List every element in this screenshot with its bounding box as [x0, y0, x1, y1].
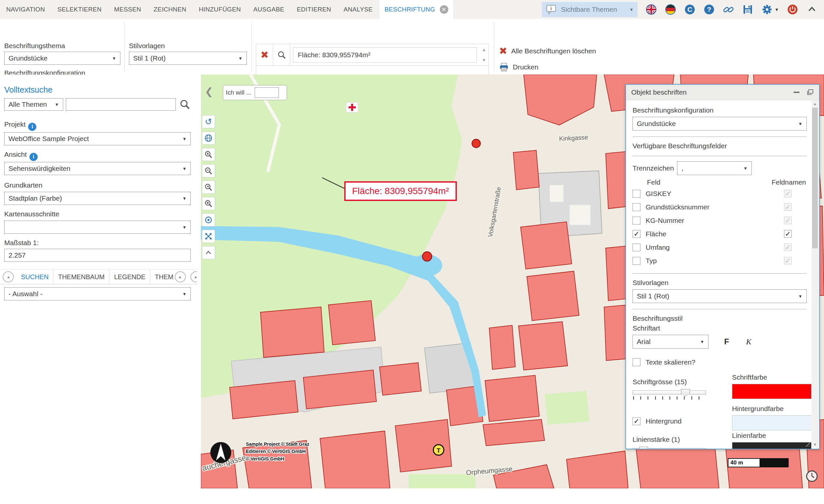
hintergrundfarbe-swatch[interactable] [732, 415, 811, 430]
undo-arrow-icon: ↺ [205, 117, 212, 126]
collapse-maptools-button[interactable] [202, 246, 215, 259]
slider-thumb[interactable] [681, 389, 690, 397]
schriftgroesse-slider[interactable] [633, 389, 706, 401]
copyright-info-icon[interactable]: C [684, 4, 695, 15]
slider-thumb[interactable] [639, 447, 648, 449]
tab-ausgabe[interactable]: AUSGABE [247, 0, 291, 19]
beschriftung-toolbar: Beschriftungsthema Grundstücke ▼ Beschri… [0, 19, 824, 75]
delete-all-labels-button[interactable]: ✖ Alle Beschriftungen löschen [499, 44, 596, 58]
schriftart-row: Arial ▼ F K [633, 335, 807, 348]
restore-window-icon[interactable] [807, 89, 814, 96]
scrollbar-thumb[interactable] [812, 108, 818, 248]
bold-button[interactable]: F [722, 337, 731, 346]
german-language-icon[interactable] [665, 4, 676, 15]
auswahl-select[interactable]: - Auswahl - ▼ [4, 287, 191, 300]
linienstaerke-label: Linienstärke (1) [633, 435, 731, 443]
scroll-up-icon[interactable]: ▲ [482, 47, 486, 52]
texte-skalieren-checkbox[interactable] [633, 359, 640, 366]
zoom-in-button[interactable] [202, 148, 215, 161]
help-icon[interactable]: ? [704, 4, 715, 15]
zoom-next-button[interactable] [202, 197, 215, 210]
close-tab-icon[interactable]: ✕ [440, 5, 448, 14]
tab-beschriftung[interactable]: BESCHRIFTUNG ✕ [379, 0, 454, 19]
zoom-previous-button[interactable] [202, 181, 215, 194]
schriftfarbe-swatch[interactable] [732, 384, 811, 399]
scroll-down-icon[interactable]: ▼ [482, 58, 486, 63]
tab-themen[interactable]: THEM [150, 270, 174, 284]
ich-will-input[interactable] [254, 87, 279, 98]
tab-editieren[interactable]: EDITIEREN [291, 0, 337, 19]
map-area-label[interactable]: Fläche: 8309,955794m² [344, 181, 457, 201]
visible-themes-dropdown[interactable]: i Sichtbare Themen ▼ [542, 2, 637, 17]
field-checkbox[interactable] [633, 217, 640, 224]
tab-navigation[interactable]: NAVIGATION [0, 0, 51, 19]
field-checkbox[interactable] [633, 243, 640, 251]
trennzeichen-select[interactable]: , ▼ [677, 161, 752, 175]
transit-stop-marker[interactable]: T [433, 445, 444, 455]
print-button[interactable]: Drucken [499, 61, 596, 74]
scroll-up-icon[interactable]: ▲ [812, 100, 818, 107]
tab-analyse[interactable]: ANALYSE [337, 0, 379, 19]
sidebar-tabbar: ◂ SUCHEN THEMENBAUM LEGENDE THEM ▸ ▸ [0, 269, 197, 284]
italic-button[interactable]: K [744, 337, 753, 346]
link-icon[interactable] [723, 4, 734, 15]
projekt-select[interactable]: WebOffice Sample Project ▼ [4, 132, 191, 145]
fulltext-search-input[interactable] [66, 98, 176, 111]
time-slider-button[interactable] [805, 469, 819, 483]
scroll-down-icon[interactable]: ▼ [812, 441, 818, 448]
field-checkbox[interactable]: ✓ [633, 230, 640, 238]
linienstaerke-slider[interactable] [633, 447, 706, 449]
logout-power-icon[interactable] [787, 4, 798, 15]
english-language-icon[interactable] [646, 4, 657, 15]
tabs-overflow-button[interactable]: ▸ [191, 271, 197, 283]
trennzeichen-value: , [681, 164, 743, 172]
minimize-icon[interactable] [794, 92, 800, 93]
search-icon[interactable] [179, 99, 191, 110]
beschriftungsthema-select[interactable]: Grundstücke ▼ [4, 52, 120, 65]
tab-themenbaum[interactable]: THEMENBAUM [54, 270, 109, 284]
tab-suchen[interactable]: SUCHEN [16, 270, 54, 284]
label-list-scroll[interactable]: ▲ ▼ [480, 44, 489, 66]
zoom-to-label-button[interactable] [273, 44, 290, 66]
ansicht-select[interactable]: Sehenswürdigkeiten ▼ [4, 162, 191, 175]
tabs-scroll-left-button[interactable]: ◂ [3, 271, 14, 283]
center-map-button[interactable] [202, 213, 215, 226]
tabs-scroll-right-button[interactable]: ▸ [175, 271, 186, 283]
settings-menu[interactable]: ▼ [761, 4, 779, 15]
panel-konfig-select[interactable]: Grundstücke ▼ [633, 117, 807, 130]
panel-scrollbar[interactable]: ▲ ▼ [812, 100, 818, 448]
tab-messen[interactable]: MESSEN [108, 0, 147, 19]
massstab-input[interactable]: 2.257 [4, 249, 191, 262]
ich-will-box[interactable]: Ich will ... [223, 85, 287, 100]
save-icon[interactable] [742, 4, 753, 15]
overview-map-button[interactable] [202, 131, 215, 145]
panel-stilvorlagen-select[interactable]: Stil 1 (Rot) ▼ [633, 289, 807, 303]
linienfarbe-swatch[interactable] [732, 442, 811, 449]
theme-filter-select[interactable]: Alle Themen ▼ [4, 98, 63, 111]
grundkarten-select[interactable]: Stadtplan (Farbe) ▼ [4, 192, 191, 205]
volltextsuche-heading[interactable]: Volltextsuche [4, 85, 53, 95]
tab-selektieren[interactable]: SELEKTIEREN [51, 0, 108, 19]
field-label: KG-Nummer [646, 217, 784, 224]
stilvorlagen-select[interactable]: Stil 1 (Rot) ▼ [129, 52, 247, 65]
panel-header[interactable]: Objekt beschriften [626, 85, 819, 100]
info-icon[interactable]: i [28, 123, 36, 131]
field-checkbox[interactable] [633, 257, 640, 265]
kartenausschnitte-select[interactable]: ▼ [4, 221, 191, 234]
schriftart-select[interactable]: Arial ▼ [633, 335, 709, 348]
label-text-field[interactable]: Fläche: 8309,955794m² [293, 47, 477, 63]
feldname-checkbox[interactable]: ✓ [784, 230, 792, 237]
collapse-sidebar-icon[interactable]: ❮ [205, 86, 213, 97]
info-icon[interactable]: i [29, 153, 38, 161]
tab-hinzufuegen[interactable]: HINZUFÜGEN [193, 0, 247, 19]
collapse-up-icon[interactable] [806, 4, 817, 15]
hintergrund-checkbox[interactable]: ✓ [633, 417, 640, 425]
field-checkbox[interactable] [633, 203, 640, 211]
full-extent-button[interactable] [202, 230, 215, 243]
previous-extent-button[interactable]: ↺ [202, 115, 215, 128]
tab-legende[interactable]: LEGENDE [110, 270, 150, 284]
delete-label-button[interactable]: ✖ [256, 44, 273, 66]
zoom-out-button[interactable] [202, 164, 215, 177]
field-checkbox[interactable] [633, 190, 640, 198]
tab-zeichnen[interactable]: ZEICHNEN [147, 0, 192, 19]
